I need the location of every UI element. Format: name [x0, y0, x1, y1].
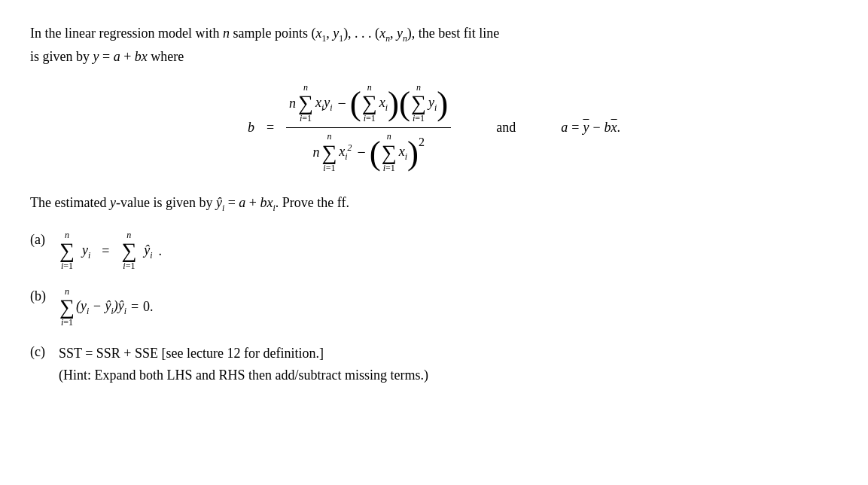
paren-sum-xi: ( n ∑ i=1 xi ) — [350, 83, 399, 124]
b-fraction: n n ∑ i=1 xiyi − ( n ∑ i=1 — [286, 83, 451, 173]
b-label: b — [248, 120, 254, 136]
right-paren-3: ) — [407, 139, 419, 167]
part-c-label: (c) — [30, 343, 53, 360]
right-paren-1: ) — [388, 89, 399, 117]
and-text: and — [496, 120, 516, 136]
part-c-hint: (Hint: Expand both LHS and RHS then add/… — [59, 365, 428, 386]
intro-paragraph: In the linear regression model with n sa… — [30, 23, 838, 68]
part-b: (b) n ∑ i=1 (yi − ŷi)ŷi = 0. — [30, 287, 838, 328]
part-a: (a) n ∑ i=1 yi = n ∑ i=1 ŷi . — [30, 230, 838, 271]
formula-block: b = n n ∑ i=1 xiyi − ( — [30, 83, 838, 173]
paren-sum-yi: ( n ∑ i=1 yi ) — [399, 83, 448, 124]
b-equation: b = n n ∑ i=1 xiyi − ( — [248, 83, 451, 173]
part-a-sum-yi: n ∑ i=1 — [59, 230, 75, 271]
part-a-sum-yhati: n ∑ i=1 — [121, 230, 136, 271]
part-c-line1: SST = SSR + SSE [see lecture 12 for defi… — [59, 343, 428, 365]
inner-sum-yi: n ∑ i=1 — [411, 83, 426, 124]
part-b-label: (b) — [30, 287, 53, 304]
part-a-content: n ∑ i=1 yi = n ∑ i=1 ŷi . — [59, 230, 162, 271]
equals-sign: = — [266, 120, 274, 136]
part-c: (c) SST = SSR + SSE [see lecture 12 for … — [30, 343, 838, 386]
part-a-label: (a) — [30, 230, 53, 248]
left-paren-1: ( — [350, 89, 361, 117]
inner-sum-xi-den: n ∑ i=1 — [382, 132, 397, 172]
denominator: n n ∑ i=1 xi2 − ( n ∑ i=1 — [309, 128, 428, 172]
left-paren-3: ( — [370, 139, 381, 167]
estimated-text: The estimated y-value is given by ŷi = a… — [30, 192, 838, 215]
inner-sum-xi: n ∑ i=1 — [362, 83, 377, 124]
part-b-content: n ∑ i=1 (yi − ŷi)ŷi = 0. — [59, 287, 154, 328]
part-c-content: SST = SSR + SSE [see lecture 12 for defi… — [59, 343, 428, 386]
sigma-1: ∑ — [298, 93, 313, 114]
sum-xi2: n ∑ i=1 — [321, 132, 337, 172]
sum-xiyi: n ∑ i=1 — [298, 83, 313, 124]
part-b-sum: n ∑ i=1 — [59, 287, 75, 328]
paren-sum-xi-sq: ( n ∑ i=1 xi ) — [370, 132, 419, 172]
a-equation: a = y − bx. — [561, 120, 620, 136]
right-paren-2: ) — [437, 89, 448, 117]
sum-lower-i1: i=1 — [300, 114, 312, 124]
left-paren-2: ( — [399, 89, 410, 117]
numerator: n n ∑ i=1 xiyi − ( n ∑ i=1 — [286, 83, 451, 128]
main-content: In the linear regression model with n sa… — [30, 23, 838, 386]
